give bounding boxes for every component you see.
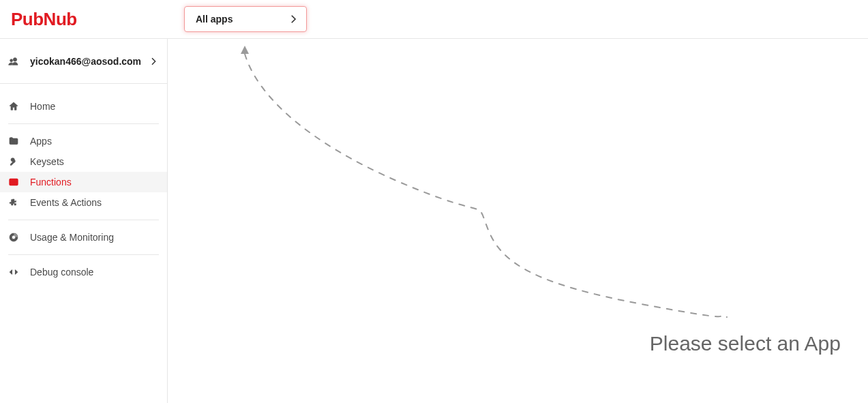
- main-content: Please select an App: [168, 39, 868, 403]
- sidebar-item-label: Usage & Monitoring: [30, 232, 114, 243]
- sidebar-item-label: Apps: [30, 136, 52, 147]
- sidebar-item-functions[interactable]: Functions: [0, 172, 167, 192]
- select-app-hint: Please select an App: [650, 332, 841, 355]
- chevron-right-icon: [148, 56, 159, 67]
- puzzle-icon: [8, 197, 19, 208]
- people-icon: [8, 56, 19, 67]
- top-bar: PubNub All apps: [0, 0, 868, 39]
- code-icon: [8, 267, 19, 278]
- svg-point-0: [13, 57, 16, 61]
- home-icon: [8, 101, 19, 112]
- nav-divider: [8, 254, 159, 255]
- sidebar-item-label: Events & Actions: [30, 197, 102, 208]
- brand-logo-text: PubNub: [11, 9, 77, 30]
- sidebar-item-events[interactable]: Events & Actions: [0, 192, 167, 213]
- window-icon: [8, 177, 19, 188]
- donut-chart-icon: [8, 232, 19, 243]
- app-selector[interactable]: All apps: [184, 6, 307, 32]
- sidebar-item-label: Home: [30, 101, 55, 112]
- sidebar-item-debug[interactable]: Debug console: [0, 262, 167, 282]
- svg-rect-2: [10, 179, 18, 185]
- key-icon: [8, 156, 19, 167]
- sidebar-item-label: Functions: [30, 177, 72, 188]
- chevron-right-icon: [287, 13, 299, 25]
- sidebar-item-usage[interactable]: Usage & Monitoring: [0, 227, 167, 248]
- sidebar-item-label: Debug console: [30, 267, 93, 278]
- nav-divider: [8, 220, 159, 220]
- sidebar-item-home[interactable]: Home: [0, 96, 167, 117]
- app-selector-container: All apps: [168, 0, 307, 38]
- account-email: yicokan466@aosod.com: [30, 56, 141, 67]
- svg-point-1: [10, 59, 13, 61]
- folder-icon: [8, 136, 19, 147]
- nav-divider: [8, 123, 159, 124]
- sidebar-item-keysets[interactable]: Keysets: [0, 151, 167, 172]
- brand-logo[interactable]: PubNub: [0, 9, 168, 30]
- sidebar-item-apps[interactable]: Apps: [0, 131, 167, 151]
- account-switcher[interactable]: yicokan466@aosod.com: [0, 39, 167, 84]
- svg-marker-4: [241, 46, 249, 54]
- app-selector-label: All apps: [196, 14, 233, 25]
- sidebar-item-label: Keysets: [30, 156, 64, 167]
- sidebar: yicokan466@aosod.com Home Apps Keysets F…: [0, 39, 168, 403]
- sidebar-nav: Home Apps Keysets Functions Events & Act…: [0, 84, 167, 289]
